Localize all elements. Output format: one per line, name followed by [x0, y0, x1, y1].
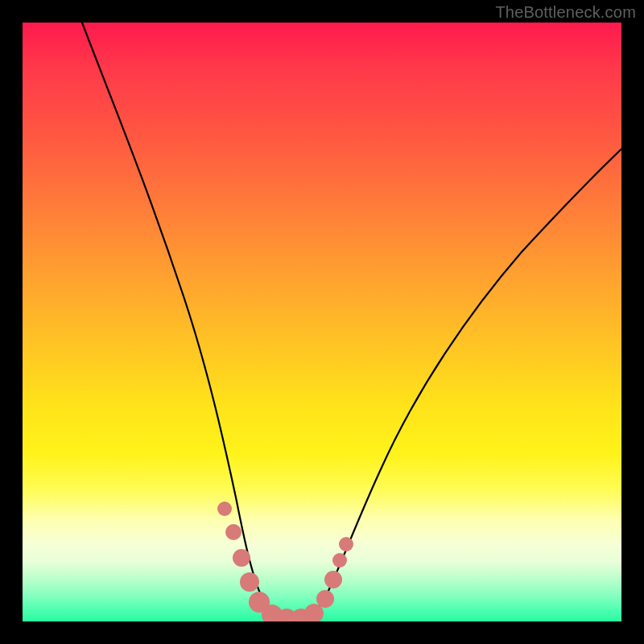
- plot-area: [23, 23, 621, 621]
- chart-svg: [23, 23, 621, 621]
- svg-point-2: [233, 549, 250, 567]
- svg-point-11: [332, 553, 347, 568]
- svg-point-9: [316, 590, 334, 608]
- svg-point-1: [225, 524, 242, 540]
- watermark-text: TheBottleneck.com: [495, 3, 636, 22]
- bottleneck-curve: [82, 23, 621, 620]
- svg-point-0: [217, 502, 232, 516]
- sweet-spot-dots: [217, 502, 353, 621]
- svg-point-3: [240, 572, 259, 592]
- outer-frame: TheBottleneck.com: [0, 0, 644, 644]
- svg-point-10: [324, 571, 342, 588]
- svg-point-12: [339, 537, 353, 551]
